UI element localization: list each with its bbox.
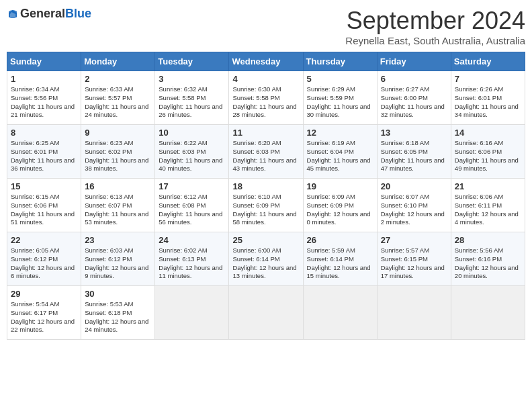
table-row: 21 Sunrise: 6:06 AM Sunset: 6:11 PM Dayl… — [451, 179, 525, 232]
table-row: 11 Sunrise: 6:20 AM Sunset: 6:03 PM Dayl… — [229, 125, 303, 179]
day-number: 24 — [159, 235, 225, 245]
calendar-table: Sunday Monday Tuesday Wednesday Thursday… — [7, 52, 525, 340]
day-number: 17 — [159, 181, 225, 191]
day-info: Sunrise: 6:19 AM Sunset: 6:04 PM Dayligh… — [307, 139, 373, 173]
logo: GeneralBlue — [7, 7, 91, 21]
day-number: 11 — [232, 128, 299, 138]
header-friday: Friday — [377, 52, 451, 71]
table-row: 18 Sunrise: 6:10 AM Sunset: 6:09 PM Dayl… — [229, 179, 303, 232]
logo-icon — [7, 8, 19, 20]
table-row — [303, 286, 377, 340]
day-info: Sunrise: 6:25 AM Sunset: 6:01 PM Dayligh… — [11, 139, 77, 173]
day-number: 10 — [159, 128, 225, 138]
header: GeneralBlue September 2024 Reynella East… — [7, 7, 525, 46]
day-number: 8 — [11, 128, 77, 138]
day-number: 1 — [11, 74, 77, 84]
day-info: Sunrise: 6:03 AM Sunset: 6:12 PM Dayligh… — [85, 246, 151, 281]
table-row: 12 Sunrise: 6:19 AM Sunset: 6:04 PM Dayl… — [303, 125, 377, 179]
day-number: 25 — [232, 235, 299, 245]
table-row: 4 Sunrise: 6:30 AM Sunset: 5:58 PM Dayli… — [229, 71, 303, 125]
table-row — [451, 286, 525, 340]
table-row: 8 Sunrise: 6:25 AM Sunset: 6:01 PM Dayli… — [7, 125, 81, 179]
day-info: Sunrise: 6:23 AM Sunset: 6:02 PM Dayligh… — [85, 139, 151, 173]
day-info: Sunrise: 6:32 AM Sunset: 5:58 PM Dayligh… — [159, 85, 225, 120]
day-info: Sunrise: 5:54 AM Sunset: 6:17 PM Dayligh… — [11, 300, 77, 334]
table-row: 3 Sunrise: 6:32 AM Sunset: 5:58 PM Dayli… — [155, 71, 229, 125]
table-row: 16 Sunrise: 6:13 AM Sunset: 6:07 PM Dayl… — [81, 179, 155, 232]
day-info: Sunrise: 6:07 AM Sunset: 6:10 PM Dayligh… — [381, 193, 447, 227]
day-number: 18 — [232, 181, 299, 191]
table-row: 20 Sunrise: 6:07 AM Sunset: 6:10 PM Dayl… — [377, 179, 451, 232]
header-tuesday: Tuesday — [155, 52, 229, 71]
table-row: 14 Sunrise: 6:16 AM Sunset: 6:06 PM Dayl… — [451, 125, 525, 179]
title-area: September 2024 Reynella East, South Aust… — [345, 7, 525, 46]
page-title: September 2024 — [345, 7, 525, 35]
table-row: 2 Sunrise: 6:33 AM Sunset: 5:57 PM Dayli… — [81, 71, 155, 125]
header-monday: Monday — [81, 52, 155, 71]
table-row: 22 Sunrise: 6:05 AM Sunset: 6:12 PM Dayl… — [7, 232, 81, 286]
day-number: 12 — [307, 128, 373, 138]
calendar-header-row: Sunday Monday Tuesday Wednesday Thursday… — [7, 52, 525, 71]
day-info: Sunrise: 6:26 AM Sunset: 6:01 PM Dayligh… — [455, 85, 521, 120]
day-info: Sunrise: 6:16 AM Sunset: 6:06 PM Dayligh… — [455, 139, 521, 173]
day-info: Sunrise: 5:57 AM Sunset: 6:15 PM Dayligh… — [381, 246, 447, 281]
day-number: 28 — [455, 235, 521, 245]
table-row: 7 Sunrise: 6:26 AM Sunset: 6:01 PM Dayli… — [451, 71, 525, 125]
day-number: 29 — [11, 289, 77, 299]
day-info: Sunrise: 6:05 AM Sunset: 6:12 PM Dayligh… — [11, 246, 77, 281]
table-row — [377, 286, 451, 340]
day-number: 27 — [381, 235, 447, 245]
day-number: 20 — [381, 181, 447, 191]
day-number: 4 — [232, 74, 299, 84]
table-row — [229, 286, 303, 340]
table-row: 25 Sunrise: 6:00 AM Sunset: 6:14 PM Dayl… — [229, 232, 303, 286]
day-number: 2 — [85, 74, 151, 84]
header-saturday: Saturday — [451, 52, 525, 71]
day-number: 5 — [307, 74, 373, 84]
table-row: 17 Sunrise: 6:12 AM Sunset: 6:08 PM Dayl… — [155, 179, 229, 232]
table-row: 15 Sunrise: 6:15 AM Sunset: 6:06 PM Dayl… — [7, 179, 81, 232]
day-info: Sunrise: 5:53 AM Sunset: 6:18 PM Dayligh… — [85, 300, 151, 334]
day-info: Sunrise: 6:12 AM Sunset: 6:08 PM Dayligh… — [159, 193, 225, 227]
day-info: Sunrise: 6:34 AM Sunset: 5:56 PM Dayligh… — [11, 85, 77, 120]
header-sunday: Sunday — [7, 52, 81, 71]
table-row: 10 Sunrise: 6:22 AM Sunset: 6:03 PM Dayl… — [155, 125, 229, 179]
table-row: 27 Sunrise: 5:57 AM Sunset: 6:15 PM Dayl… — [377, 232, 451, 286]
day-number: 15 — [11, 181, 77, 191]
day-info: Sunrise: 6:30 AM Sunset: 5:58 PM Dayligh… — [232, 85, 299, 120]
logo-general-text: General — [20, 7, 65, 20]
day-number: 26 — [307, 235, 373, 245]
day-info: Sunrise: 6:06 AM Sunset: 6:11 PM Dayligh… — [455, 193, 521, 227]
table-row — [155, 286, 229, 340]
table-row: 1 Sunrise: 6:34 AM Sunset: 5:56 PM Dayli… — [7, 71, 81, 125]
day-number: 16 — [85, 181, 151, 191]
day-info: Sunrise: 6:00 AM Sunset: 6:14 PM Dayligh… — [232, 246, 299, 281]
table-row: 23 Sunrise: 6:03 AM Sunset: 6:12 PM Dayl… — [81, 232, 155, 286]
table-row: 24 Sunrise: 6:02 AM Sunset: 6:13 PM Dayl… — [155, 232, 229, 286]
day-number: 7 — [455, 74, 521, 84]
day-number: 6 — [381, 74, 447, 84]
calendar-week-3: 15 Sunrise: 6:15 AM Sunset: 6:06 PM Dayl… — [7, 179, 525, 232]
calendar-week-1: 1 Sunrise: 6:34 AM Sunset: 5:56 PM Dayli… — [7, 71, 525, 125]
table-row: 26 Sunrise: 5:59 AM Sunset: 6:14 PM Dayl… — [303, 232, 377, 286]
table-row: 29 Sunrise: 5:54 AM Sunset: 6:17 PM Dayl… — [7, 286, 81, 340]
day-number: 21 — [455, 181, 521, 191]
calendar-week-5: 29 Sunrise: 5:54 AM Sunset: 6:17 PM Dayl… — [7, 286, 525, 340]
day-info: Sunrise: 5:59 AM Sunset: 6:14 PM Dayligh… — [307, 246, 373, 281]
day-number: 3 — [159, 74, 225, 84]
table-row: 5 Sunrise: 6:29 AM Sunset: 5:59 PM Dayli… — [303, 71, 377, 125]
day-number: 9 — [85, 128, 151, 138]
day-info: Sunrise: 6:18 AM Sunset: 6:05 PM Dayligh… — [381, 139, 447, 173]
day-number: 23 — [85, 235, 151, 245]
day-info: Sunrise: 5:56 AM Sunset: 6:16 PM Dayligh… — [455, 246, 521, 281]
day-info: Sunrise: 6:27 AM Sunset: 6:00 PM Dayligh… — [381, 85, 447, 120]
subtitle: Reynella East, South Australia, Australi… — [345, 35, 525, 46]
day-info: Sunrise: 6:33 AM Sunset: 5:57 PM Dayligh… — [85, 85, 151, 120]
calendar-week-2: 8 Sunrise: 6:25 AM Sunset: 6:01 PM Dayli… — [7, 125, 525, 179]
day-info: Sunrise: 6:15 AM Sunset: 6:06 PM Dayligh… — [11, 193, 77, 227]
table-row: 13 Sunrise: 6:18 AM Sunset: 6:05 PM Dayl… — [377, 125, 451, 179]
day-number: 19 — [307, 181, 373, 191]
header-wednesday: Wednesday — [229, 52, 303, 71]
table-row: 30 Sunrise: 5:53 AM Sunset: 6:18 PM Dayl… — [81, 286, 155, 340]
header-thursday: Thursday — [303, 52, 377, 71]
